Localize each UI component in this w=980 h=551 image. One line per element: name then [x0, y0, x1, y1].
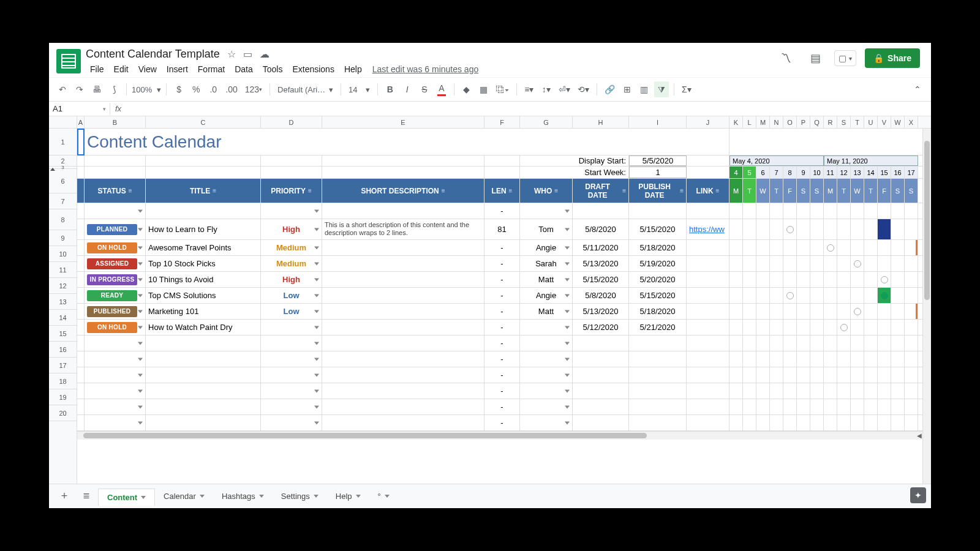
draft-date-cell[interactable]	[573, 335, 629, 351]
link-cell[interactable]	[687, 351, 729, 367]
col-header[interactable]: M	[756, 116, 770, 128]
dropdown-icon[interactable]	[138, 421, 143, 424]
draft-date-cell[interactable]	[573, 367, 629, 383]
publish-date-cell[interactable]: 5/18/2020	[629, 240, 687, 255]
who-cell[interactable]: Matt	[520, 272, 573, 287]
italic-button[interactable]: I	[400, 81, 415, 97]
link-cell[interactable]	[687, 272, 729, 287]
percent-button[interactable]: %	[189, 81, 203, 97]
priority-cell[interactable]	[261, 383, 322, 399]
col-header[interactable]: G	[520, 116, 573, 128]
column-header-cell[interactable]: LINK≡	[687, 179, 729, 203]
title-cell[interactable]: How to Watch Paint Dry	[146, 320, 261, 335]
dropdown-icon[interactable]	[138, 278, 143, 281]
col-header[interactable]: A	[77, 116, 85, 128]
menu-format[interactable]: Format	[194, 62, 229, 77]
dropdown-icon[interactable]	[138, 209, 143, 212]
horizontal-scrollbar[interactable]: ◀ ▶	[77, 431, 931, 440]
menu-extensions[interactable]: Extensions	[288, 62, 338, 77]
description-cell[interactable]	[322, 240, 484, 255]
status-cell[interactable]: PLANNED	[85, 219, 146, 239]
len-cell[interactable]: -	[484, 304, 520, 319]
dropdown-icon[interactable]	[314, 228, 319, 231]
dropdown-icon[interactable]	[314, 246, 319, 249]
row-header[interactable]: 16	[49, 342, 77, 358]
menu-view[interactable]: View	[134, 62, 161, 77]
all-sheets-button[interactable]: ≡	[76, 487, 97, 506]
col-header[interactable]: U	[864, 116, 878, 128]
draft-date-cell[interactable]	[573, 351, 629, 367]
priority-cell[interactable]: Low	[261, 304, 322, 319]
menu-edit[interactable]: Edit	[110, 62, 133, 77]
publish-date-cell[interactable]	[629, 351, 687, 367]
column-header-cell[interactable]: DRAFT DATE≡	[573, 179, 629, 203]
explore-icon[interactable]: ✦	[910, 487, 926, 503]
dropdown-icon[interactable]	[138, 342, 143, 345]
row-header[interactable]: 7	[49, 193, 77, 209]
title-cell[interactable]	[146, 351, 261, 367]
number-format-button[interactable]: 123▾	[243, 81, 265, 97]
chart-icon[interactable]: ▥	[637, 81, 652, 97]
dropdown-icon[interactable]	[565, 278, 570, 281]
len-cell[interactable]: -	[484, 335, 520, 351]
draft-date-cell[interactable]: 5/8/2020	[573, 219, 629, 239]
who-cell[interactable]: Sarah	[520, 256, 573, 271]
dropdown-icon[interactable]	[314, 405, 319, 408]
sheet-tab[interactable]: °	[369, 488, 398, 505]
priority-cell[interactable]: Medium	[261, 240, 322, 255]
link-cell[interactable]	[687, 288, 729, 303]
decrease-decimal-button[interactable]: .0	[206, 81, 221, 97]
col-header[interactable]: P	[797, 116, 810, 128]
dropdown-icon[interactable]	[314, 389, 319, 392]
who-cell[interactable]: Angie	[520, 288, 573, 303]
tab-menu-icon[interactable]	[385, 495, 390, 498]
col-header[interactable]: S	[837, 116, 851, 128]
tab-menu-icon[interactable]	[314, 495, 318, 498]
wrap-button[interactable]: ⏎▾	[556, 81, 573, 97]
column-header-cell[interactable]: SHORT DESCRIPTION≡	[322, 179, 484, 203]
valign-button[interactable]: ↕▾	[539, 81, 554, 97]
col-header[interactable]: I	[629, 116, 687, 128]
who-cell[interactable]: Matt	[520, 304, 573, 319]
draft-date-cell[interactable]: 5/13/2020	[573, 304, 629, 319]
add-sheet-button[interactable]: +	[54, 487, 75, 506]
dropdown-icon[interactable]	[565, 310, 570, 313]
status-cell[interactable]	[85, 415, 146, 430]
dropdown-icon[interactable]	[314, 326, 319, 329]
dropdown-icon[interactable]	[138, 389, 143, 392]
publish-date-cell[interactable]: 5/20/2020	[629, 272, 687, 287]
row-header[interactable]: 13	[49, 294, 77, 310]
row-header[interactable]: 8	[49, 209, 77, 230]
col-header[interactable]: X	[905, 116, 918, 128]
undo-icon[interactable]: ↶	[55, 81, 70, 97]
column-header-cell[interactable]: STATUS≡	[85, 179, 146, 203]
col-header[interactable]: C	[146, 116, 261, 128]
status-cell[interactable]	[85, 399, 146, 414]
row-header[interactable]: 12	[49, 278, 77, 294]
col-header[interactable]: F	[484, 116, 520, 128]
link-cell[interactable]	[687, 367, 729, 383]
publish-date-cell[interactable]: 5/21/2020	[629, 320, 687, 335]
draft-date-cell[interactable]	[573, 399, 629, 414]
dropdown-icon[interactable]	[565, 209, 570, 212]
who-cell[interactable]	[520, 203, 573, 219]
row-header[interactable]: 19	[49, 389, 77, 405]
link-cell[interactable]	[687, 203, 729, 219]
len-cell[interactable]: -	[484, 256, 520, 271]
dropdown-icon[interactable]	[314, 373, 319, 377]
col-header[interactable]: E	[322, 116, 484, 128]
description-cell[interactable]	[322, 415, 484, 430]
title-cell[interactable]: Top 10 Stock Picks	[146, 256, 261, 271]
menu-file[interactable]: File	[86, 62, 108, 77]
description-cell[interactable]	[322, 335, 484, 351]
description-cell[interactable]	[322, 288, 484, 303]
publish-date-cell[interactable]: 5/18/2020	[629, 304, 687, 319]
title-cell[interactable]: Marketing 101	[146, 304, 261, 319]
menu-tools[interactable]: Tools	[258, 62, 287, 77]
priority-cell[interactable]: Medium	[261, 256, 322, 271]
publish-date-cell[interactable]	[629, 367, 687, 383]
status-cell[interactable]: READY	[85, 288, 146, 303]
link-cell[interactable]	[687, 335, 729, 351]
row-header[interactable]: 18	[49, 373, 77, 389]
tab-menu-icon[interactable]	[259, 495, 264, 498]
